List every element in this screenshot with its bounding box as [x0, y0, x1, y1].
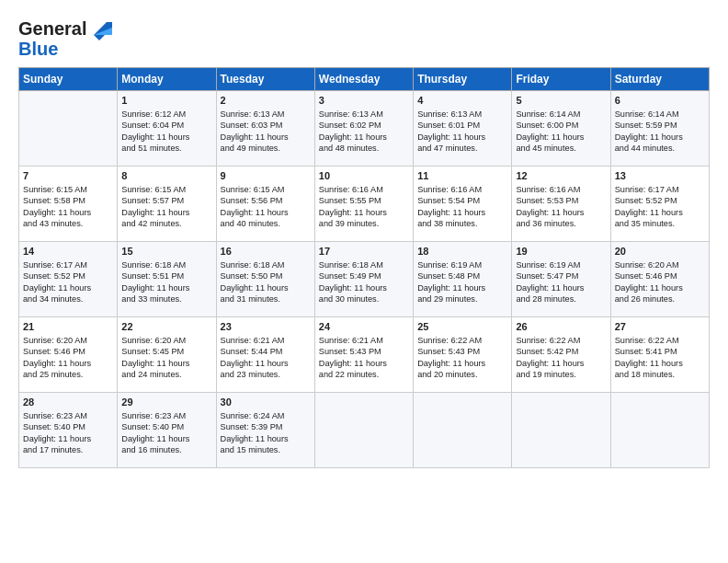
day-number: 1	[121, 94, 211, 108]
day-info: Sunrise: 6:15 AMSunset: 5:57 PMDaylight:…	[121, 184, 211, 230]
day-cell	[314, 393, 413, 468]
day-cell: 14Sunrise: 6:17 AMSunset: 5:52 PMDayligh…	[19, 242, 118, 317]
day-cell: 4Sunrise: 6:13 AMSunset: 6:01 PMDaylight…	[414, 91, 512, 167]
day-number: 23	[221, 320, 311, 334]
day-cell: 25Sunrise: 6:22 AMSunset: 5:43 PMDayligh…	[414, 317, 512, 393]
day-info: Sunrise: 6:17 AMSunset: 5:52 PMDaylight:…	[23, 259, 113, 305]
day-cell: 13Sunrise: 6:17 AMSunset: 5:52 PMDayligh…	[610, 167, 709, 242]
day-cell: 20Sunrise: 6:20 AMSunset: 5:46 PMDayligh…	[610, 242, 709, 317]
day-cell: 3Sunrise: 6:13 AMSunset: 6:02 PMDaylight…	[314, 91, 413, 167]
day-number: 15	[121, 245, 211, 259]
day-info: Sunrise: 6:21 AMSunset: 5:43 PMDaylight:…	[319, 335, 409, 381]
day-number: 24	[319, 320, 409, 334]
day-number: 6	[615, 94, 705, 108]
logo-general: General	[18, 18, 86, 40]
col-header-monday: Monday	[118, 68, 216, 91]
week-row-3: 14Sunrise: 6:17 AMSunset: 5:52 PMDayligh…	[19, 242, 710, 317]
day-number: 22	[121, 320, 211, 334]
day-number: 20	[615, 245, 705, 259]
day-number: 3	[319, 94, 409, 108]
day-number: 26	[516, 320, 606, 334]
day-info: Sunrise: 6:15 AMSunset: 5:58 PMDaylight:…	[23, 184, 113, 230]
day-number: 9	[221, 169, 311, 183]
day-cell: 10Sunrise: 6:16 AMSunset: 5:55 PMDayligh…	[314, 167, 413, 242]
day-cell: 2Sunrise: 6:13 AMSunset: 6:03 PMDaylight…	[216, 91, 314, 167]
day-info: Sunrise: 6:23 AMSunset: 5:40 PMDaylight:…	[121, 410, 211, 456]
col-header-tuesday: Tuesday	[216, 68, 314, 91]
day-info: Sunrise: 6:23 AMSunset: 5:40 PMDaylight:…	[23, 410, 113, 456]
week-row-5: 28Sunrise: 6:23 AMSunset: 5:40 PMDayligh…	[19, 393, 710, 468]
col-header-wednesday: Wednesday	[314, 68, 413, 91]
day-number: 21	[23, 320, 113, 334]
day-number: 19	[516, 245, 606, 259]
week-row-1: 1Sunrise: 6:12 AMSunset: 6:04 PMDaylight…	[19, 91, 710, 167]
header: General Blue	[18, 15, 710, 60]
day-info: Sunrise: 6:13 AMSunset: 6:01 PMDaylight:…	[417, 109, 507, 155]
day-cell: 19Sunrise: 6:19 AMSunset: 5:47 PMDayligh…	[512, 242, 610, 317]
day-cell	[512, 393, 610, 468]
day-info: Sunrise: 6:16 AMSunset: 5:55 PMDaylight:…	[319, 184, 409, 230]
day-info: Sunrise: 6:13 AMSunset: 6:03 PMDaylight:…	[221, 109, 311, 155]
day-info: Sunrise: 6:22 AMSunset: 5:43 PMDaylight:…	[417, 335, 507, 381]
day-number: 16	[221, 245, 311, 259]
day-cell	[610, 393, 709, 468]
day-info: Sunrise: 6:13 AMSunset: 6:02 PMDaylight:…	[319, 109, 409, 155]
day-number: 12	[516, 169, 606, 183]
day-info: Sunrise: 6:18 AMSunset: 5:51 PMDaylight:…	[121, 259, 211, 305]
col-header-thursday: Thursday	[414, 68, 512, 91]
day-info: Sunrise: 6:17 AMSunset: 5:52 PMDaylight:…	[615, 184, 705, 230]
day-cell: 21Sunrise: 6:20 AMSunset: 5:46 PMDayligh…	[19, 317, 118, 393]
day-cell: 16Sunrise: 6:18 AMSunset: 5:50 PMDayligh…	[216, 242, 314, 317]
day-number: 29	[121, 396, 211, 409]
day-cell: 7Sunrise: 6:15 AMSunset: 5:58 PMDaylight…	[19, 167, 118, 242]
day-cell	[414, 393, 512, 468]
day-info: Sunrise: 6:12 AMSunset: 6:04 PMDaylight:…	[121, 109, 211, 155]
day-info: Sunrise: 6:16 AMSunset: 5:54 PMDaylight:…	[417, 184, 507, 230]
header-row: SundayMondayTuesdayWednesdayThursdayFrid…	[19, 68, 710, 91]
day-number: 13	[615, 169, 705, 183]
day-cell: 22Sunrise: 6:20 AMSunset: 5:45 PMDayligh…	[118, 317, 216, 393]
day-number: 27	[615, 320, 705, 334]
day-cell: 12Sunrise: 6:16 AMSunset: 5:53 PMDayligh…	[512, 167, 610, 242]
col-header-friday: Friday	[512, 68, 610, 91]
day-info: Sunrise: 6:18 AMSunset: 5:49 PMDaylight:…	[319, 259, 409, 305]
week-row-4: 21Sunrise: 6:20 AMSunset: 5:46 PMDayligh…	[19, 317, 710, 393]
day-info: Sunrise: 6:14 AMSunset: 6:00 PMDaylight:…	[516, 109, 606, 155]
calendar-table: SundayMondayTuesdayWednesdayThursdayFrid…	[18, 67, 710, 468]
day-number: 4	[417, 94, 507, 108]
day-info: Sunrise: 6:20 AMSunset: 5:45 PMDaylight:…	[121, 335, 211, 381]
day-cell: 11Sunrise: 6:16 AMSunset: 5:54 PMDayligh…	[414, 167, 512, 242]
day-number: 28	[23, 396, 113, 409]
logo: General Blue	[18, 15, 114, 60]
day-info: Sunrise: 6:20 AMSunset: 5:46 PMDaylight:…	[23, 335, 113, 381]
col-header-saturday: Saturday	[610, 68, 709, 91]
day-info: Sunrise: 6:22 AMSunset: 5:42 PMDaylight:…	[516, 335, 606, 381]
day-cell: 28Sunrise: 6:23 AMSunset: 5:40 PMDayligh…	[19, 393, 118, 468]
col-header-sunday: Sunday	[19, 68, 118, 91]
day-info: Sunrise: 6:22 AMSunset: 5:41 PMDaylight:…	[615, 335, 705, 381]
day-cell: 26Sunrise: 6:22 AMSunset: 5:42 PMDayligh…	[512, 317, 610, 393]
day-number: 18	[417, 245, 507, 259]
day-cell: 9Sunrise: 6:15 AMSunset: 5:56 PMDaylight…	[216, 167, 314, 242]
day-cell: 15Sunrise: 6:18 AMSunset: 5:51 PMDayligh…	[118, 242, 216, 317]
day-number: 8	[121, 169, 211, 183]
day-number: 17	[319, 245, 409, 259]
day-info: Sunrise: 6:20 AMSunset: 5:46 PMDaylight:…	[615, 259, 705, 305]
day-cell: 24Sunrise: 6:21 AMSunset: 5:43 PMDayligh…	[314, 317, 413, 393]
day-cell: 17Sunrise: 6:18 AMSunset: 5:49 PMDayligh…	[314, 242, 413, 317]
day-info: Sunrise: 6:19 AMSunset: 5:47 PMDaylight:…	[516, 259, 606, 305]
day-number: 11	[417, 169, 507, 183]
day-number: 7	[23, 169, 113, 183]
day-cell: 23Sunrise: 6:21 AMSunset: 5:44 PMDayligh…	[216, 317, 314, 393]
day-info: Sunrise: 6:16 AMSunset: 5:53 PMDaylight:…	[516, 184, 606, 230]
day-cell: 30Sunrise: 6:24 AMSunset: 5:39 PMDayligh…	[216, 393, 314, 468]
day-cell: 29Sunrise: 6:23 AMSunset: 5:40 PMDayligh…	[118, 393, 216, 468]
day-cell: 8Sunrise: 6:15 AMSunset: 5:57 PMDaylight…	[118, 167, 216, 242]
day-cell: 1Sunrise: 6:12 AMSunset: 6:04 PMDaylight…	[118, 91, 216, 167]
day-info: Sunrise: 6:19 AMSunset: 5:48 PMDaylight:…	[417, 259, 507, 305]
day-number: 14	[23, 245, 113, 259]
main-container: General Blue SundayMondayTuesdayWednesda…	[0, 0, 728, 477]
day-info: Sunrise: 6:14 AMSunset: 5:59 PMDaylight:…	[615, 109, 705, 155]
day-cell: 6Sunrise: 6:14 AMSunset: 5:59 PMDaylight…	[610, 91, 709, 167]
day-number: 10	[319, 169, 409, 183]
